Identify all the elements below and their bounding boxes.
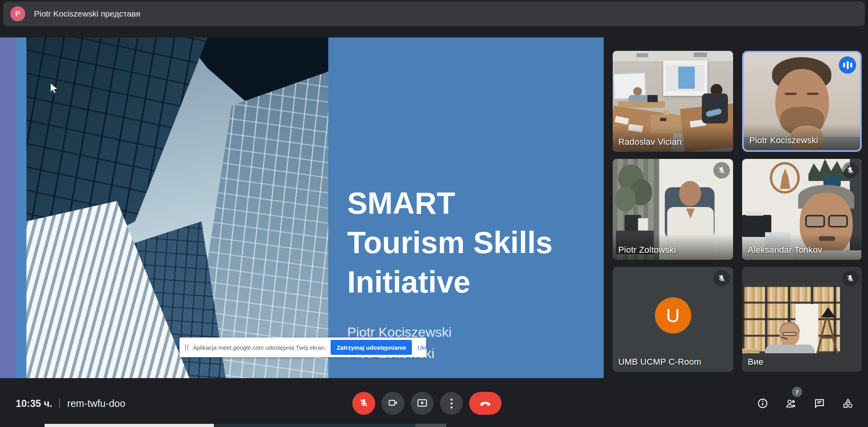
- participants-count-badge: 7: [792, 387, 802, 397]
- background-window-edge-gray: [415, 424, 446, 427]
- presenter-avatar-letter: P: [15, 9, 21, 18]
- participant-name: Radoslav Vician: [618, 137, 681, 147]
- participants-panel-button[interactable]: 7: [785, 397, 797, 409]
- participant-name: UMB UCMP C-Room: [618, 357, 701, 367]
- hide-banner-button[interactable]: Ukryj: [417, 344, 426, 351]
- participant-name: Aleksandar Tonkov: [748, 245, 822, 255]
- participant-name: Piotr Kociszewski: [749, 135, 818, 145]
- participants-grid: Radoslav Vician Piotr Kociszewski: [613, 51, 862, 372]
- mic-muted-icon: [842, 162, 859, 179]
- speaking-indicator-icon: [839, 56, 856, 74]
- background-window-edge-dark: [214, 424, 415, 427]
- screen-share-banner: Aplikacja meet.google.com udostępnia Twó…: [180, 337, 426, 357]
- meeting-panels: 7: [757, 397, 854, 409]
- meeting-details-button[interactable]: [757, 397, 769, 409]
- chat-icon: [814, 404, 825, 410]
- presenting-banner: P Piotr Kociszewski представя: [3, 2, 865, 26]
- avatar-letter: U: [666, 305, 680, 326]
- meeting-info: 10:35 ч. rem-twfu-doo: [16, 397, 125, 410]
- divider: [59, 398, 60, 408]
- stop-sharing-button[interactable]: Zatrzymaj udostępnianie: [331, 340, 412, 355]
- microphone-muted-button[interactable]: [352, 392, 375, 415]
- presenting-banner-text: Piotr Kociszewski представя: [34, 9, 140, 19]
- participant-tile-piotr-kociszewski[interactable]: Piotr Kociszewski: [742, 51, 862, 152]
- mic-muted-icon: [713, 162, 730, 179]
- participant-tile-self[interactable]: Вие: [742, 267, 862, 372]
- participant-tile-umb-ucmp-c-room[interactable]: U UMB UCMP C-Room: [613, 267, 733, 372]
- camera-button[interactable]: [382, 392, 404, 415]
- background-window-edge: [45, 424, 214, 427]
- more-options-button[interactable]: [440, 392, 463, 415]
- mic-muted-icon: [842, 270, 859, 287]
- slide-title-line: Tourism Skills: [347, 223, 553, 262]
- google-meet-window: P Piotr Kociszewski представя SMART Tour…: [0, 0, 868, 427]
- mic-off-icon: [359, 398, 369, 409]
- mouse-cursor: [49, 83, 59, 96]
- people-icon: [785, 404, 797, 410]
- share-banner-message: Aplikacja meet.google.com udostępnia Twó…: [193, 344, 326, 351]
- participant-letter-avatar: U: [655, 297, 691, 334]
- clock-time: 10:35 ч.: [16, 398, 52, 409]
- mic-muted-icon: [713, 270, 730, 287]
- leave-call-button[interactable]: [469, 392, 501, 415]
- slide-title-line: Initiative: [347, 262, 553, 302]
- camera-icon: [388, 397, 398, 409]
- slide-cover-photo: [26, 37, 328, 378]
- shared-screen-slide: SMART Tourism Skills Initiative Piotr Ko…: [0, 37, 604, 378]
- present-screen-button[interactable]: [411, 392, 434, 415]
- call-controls: [352, 392, 501, 415]
- participant-name: Вие: [748, 357, 763, 367]
- participant-tile-piotr-zoltowski[interactable]: Piotr Zoltowski: [613, 159, 733, 260]
- activities-shapes-icon: [842, 404, 854, 410]
- present-screen-icon: [417, 397, 428, 410]
- participant-tile-aleksandar-tonkov[interactable]: Aleksandar Tonkov: [742, 159, 862, 260]
- chat-panel-button[interactable]: [814, 397, 825, 409]
- hangup-icon: [479, 397, 491, 410]
- participant-tile-radoslav-vician[interactable]: Radoslav Vician: [613, 51, 733, 152]
- drag-handle-icon[interactable]: [185, 344, 188, 351]
- slide-title-line: SMART: [347, 183, 553, 223]
- presenter-avatar: P: [10, 6, 25, 21]
- meeting-code: rem-twfu-doo: [67, 398, 125, 409]
- participant-name: Piotr Zoltowski: [618, 245, 676, 255]
- activities-panel-button[interactable]: [842, 397, 854, 409]
- more-options-icon: [451, 399, 453, 408]
- info-icon: [757, 404, 769, 410]
- slide-accent-strip-blue: [17, 37, 26, 378]
- slide-accent-strip-purple: [0, 37, 17, 378]
- slide-title: SMART Tourism Skills Initiative: [347, 183, 553, 302]
